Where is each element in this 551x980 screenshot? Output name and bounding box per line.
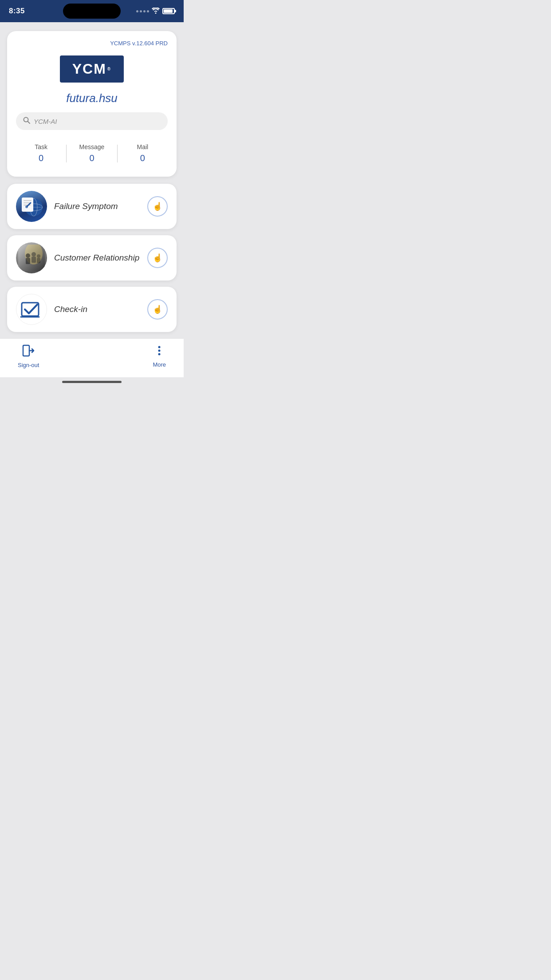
customer-relationship-left: Customer Relationship (16, 242, 139, 273)
mail-value: 0 (140, 153, 145, 163)
customer-relationship-icon (16, 242, 47, 273)
pointer-icon-1: ☝ (153, 202, 162, 211)
notch (63, 4, 121, 19)
top-card: YCMPS v.12.604 PRD YCM® futura.hsu YCM-A… (7, 31, 177, 177)
home-bar (62, 381, 122, 383)
logo-text: YCM (72, 61, 106, 77)
failure-symptom-icon (16, 191, 47, 222)
search-icon (23, 117, 30, 126)
more-tab[interactable]: More (153, 344, 166, 368)
svg-line-1 (28, 122, 30, 124)
svg-rect-15 (26, 258, 30, 264)
status-time: 8:35 (9, 7, 25, 16)
mail-stat[interactable]: Mail 0 (118, 143, 168, 163)
svg-point-10 (25, 205, 28, 208)
tab-bar: Sign-out More (0, 338, 184, 377)
signal-dot-2 (140, 10, 142, 12)
logo-container: YCM® (16, 55, 168, 83)
search-bar[interactable]: YCM-AI (16, 112, 168, 130)
svg-point-24 (158, 350, 161, 352)
failure-symptom-item[interactable]: Failure Symptom ☝ (7, 184, 177, 229)
message-label: Message (79, 143, 105, 150)
signout-tab[interactable]: Sign-out (18, 344, 39, 368)
stats-row: Task 0 Message 0 Mail 0 (16, 139, 168, 168)
task-stat[interactable]: Task 0 (16, 143, 66, 163)
pointer-icon-3: ☝ (153, 304, 162, 314)
battery-icon (162, 8, 175, 14)
customer-relationship-label: Customer Relationship (54, 253, 139, 263)
logo-dot: ® (107, 67, 111, 71)
failure-symptom-left: Failure Symptom (16, 191, 118, 222)
svg-rect-19 (37, 258, 40, 263)
status-bar: 8:35 (0, 0, 184, 22)
site-name: futura.hsu (16, 91, 168, 105)
svg-rect-17 (31, 257, 36, 263)
svg-point-16 (31, 252, 36, 257)
task-label: Task (35, 143, 47, 150)
version-text: YCMPS v.12.604 PRD (16, 40, 168, 47)
svg-point-23 (158, 346, 161, 348)
checkin-label: Check-in (54, 304, 87, 314)
message-value: 0 (89, 153, 94, 163)
more-label: More (153, 361, 166, 368)
checkin-left: Check-in (16, 294, 87, 325)
status-icons (136, 8, 175, 15)
customer-relationship-arrow[interactable]: ☝ (147, 248, 168, 268)
customer-relationship-item[interactable]: Customer Relationship ☝ (7, 235, 177, 281)
svg-rect-7 (24, 200, 31, 201)
task-value: 0 (39, 153, 43, 163)
checkin-item[interactable]: Check-in ☝ (7, 287, 177, 332)
signal-dot-4 (147, 10, 149, 12)
checkin-arrow[interactable]: ☝ (147, 299, 168, 320)
search-placeholder: YCM-AI (34, 118, 57, 125)
battery-fill (164, 9, 173, 13)
message-stat[interactable]: Message 0 (67, 143, 117, 163)
svg-point-25 (158, 353, 161, 356)
signal-dot-1 (136, 10, 138, 12)
signal-dot-3 (143, 10, 146, 12)
failure-symptom-label: Failure Symptom (54, 202, 118, 211)
ycm-logo: YCM® (60, 55, 124, 83)
signout-label: Sign-out (18, 362, 39, 368)
svg-rect-22 (23, 345, 29, 356)
wifi-icon (152, 8, 160, 15)
svg-rect-8 (24, 202, 30, 203)
more-icon (153, 344, 165, 360)
failure-symptom-arrow[interactable]: ☝ (147, 196, 168, 217)
svg-point-18 (37, 254, 40, 258)
signout-icon (22, 344, 35, 360)
mail-label: Mail (137, 143, 148, 150)
home-indicator (0, 377, 184, 387)
signal-dots (136, 10, 149, 12)
main-content: YCMPS v.12.604 PRD YCM® futura.hsu YCM-A… (0, 22, 184, 332)
checkin-icon (16, 294, 47, 325)
svg-point-14 (26, 253, 30, 258)
pointer-icon-2: ☝ (153, 253, 162, 263)
